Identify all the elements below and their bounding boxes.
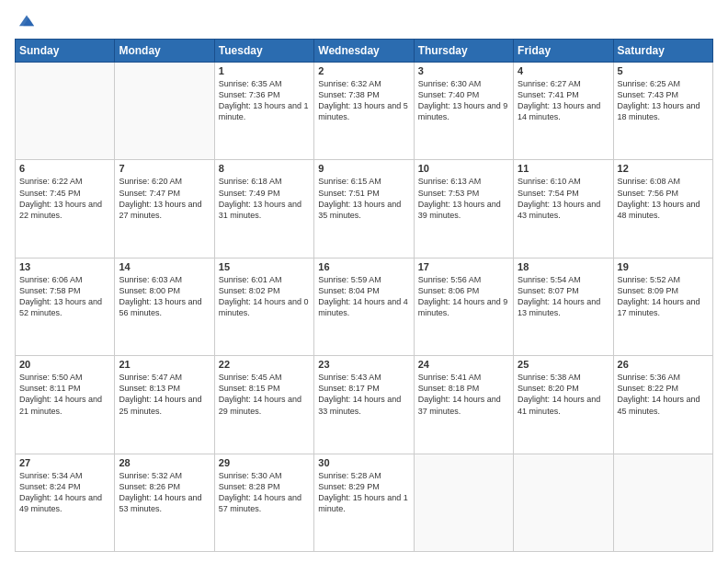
weekday-header-sunday: Sunday	[16, 40, 115, 63]
day-info: Sunrise: 5:50 AM Sunset: 8:11 PM Dayligh…	[19, 372, 110, 417]
calendar-cell	[16, 63, 115, 160]
calendar-header: SundayMondayTuesdayWednesdayThursdayFrid…	[16, 40, 713, 63]
day-info: Sunrise: 5:41 AM Sunset: 8:18 PM Dayligh…	[418, 372, 509, 417]
calendar-cell: 1Sunrise: 6:35 AM Sunset: 7:36 PM Daylig…	[214, 63, 313, 160]
day-number: 21	[119, 359, 210, 370]
day-number: 11	[518, 163, 609, 174]
weekday-header-saturday: Saturday	[613, 40, 712, 63]
calendar-cell: 21Sunrise: 5:47 AM Sunset: 8:13 PM Dayli…	[115, 356, 214, 454]
day-info: Sunrise: 5:30 AM Sunset: 8:28 PM Dayligh…	[219, 470, 310, 515]
day-info: Sunrise: 5:28 AM Sunset: 8:29 PM Dayligh…	[318, 470, 409, 515]
day-number: 19	[618, 261, 709, 272]
calendar-cell: 14Sunrise: 6:03 AM Sunset: 8:00 PM Dayli…	[115, 258, 214, 355]
calendar-cell: 20Sunrise: 5:50 AM Sunset: 8:11 PM Dayli…	[16, 356, 115, 454]
day-number: 9	[318, 163, 409, 174]
day-number: 26	[618, 359, 709, 370]
day-number: 16	[318, 261, 409, 272]
calendar-cell: 8Sunrise: 6:18 AM Sunset: 7:49 PM Daylig…	[214, 160, 313, 258]
calendar-cell: 22Sunrise: 5:45 AM Sunset: 8:15 PM Dayli…	[214, 356, 313, 454]
day-info: Sunrise: 6:10 AM Sunset: 7:54 PM Dayligh…	[518, 176, 609, 221]
calendar-cell: 6Sunrise: 6:22 AM Sunset: 7:45 PM Daylig…	[16, 160, 115, 258]
day-info: Sunrise: 6:15 AM Sunset: 7:51 PM Dayligh…	[318, 176, 409, 221]
day-number: 10	[418, 163, 509, 174]
calendar-cell: 7Sunrise: 6:20 AM Sunset: 7:47 PM Daylig…	[115, 160, 214, 258]
day-info: Sunrise: 6:08 AM Sunset: 7:56 PM Dayligh…	[618, 176, 709, 221]
day-info: Sunrise: 6:13 AM Sunset: 7:53 PM Dayligh…	[418, 176, 509, 221]
calendar-cell: 11Sunrise: 6:10 AM Sunset: 7:54 PM Dayli…	[514, 160, 613, 258]
day-number: 6	[19, 163, 110, 174]
calendar-cell: 28Sunrise: 5:32 AM Sunset: 8:26 PM Dayli…	[115, 454, 214, 551]
day-info: Sunrise: 5:52 AM Sunset: 8:09 PM Dayligh…	[618, 274, 709, 319]
day-info: Sunrise: 6:22 AM Sunset: 7:45 PM Dayligh…	[19, 176, 110, 221]
day-number: 2	[318, 65, 409, 76]
calendar-cell: 2Sunrise: 6:32 AM Sunset: 7:38 PM Daylig…	[314, 63, 414, 160]
calendar-cell: 30Sunrise: 5:28 AM Sunset: 8:29 PM Dayli…	[314, 454, 414, 551]
calendar-cell: 9Sunrise: 6:15 AM Sunset: 7:51 PM Daylig…	[314, 160, 414, 258]
day-info: Sunrise: 6:27 AM Sunset: 7:41 PM Dayligh…	[518, 78, 609, 123]
calendar-cell: 27Sunrise: 5:34 AM Sunset: 8:24 PM Dayli…	[16, 454, 115, 551]
weekday-header-tuesday: Tuesday	[214, 40, 313, 63]
day-number: 25	[518, 359, 609, 370]
day-number: 4	[518, 65, 609, 76]
calendar-cell: 24Sunrise: 5:41 AM Sunset: 8:18 PM Dayli…	[414, 356, 513, 454]
calendar-cell	[115, 63, 214, 160]
day-info: Sunrise: 6:20 AM Sunset: 7:47 PM Dayligh…	[119, 176, 210, 221]
calendar-cell: 15Sunrise: 6:01 AM Sunset: 8:02 PM Dayli…	[214, 258, 313, 355]
day-number: 27	[19, 457, 110, 468]
calendar-week-1: 1Sunrise: 6:35 AM Sunset: 7:36 PM Daylig…	[16, 63, 713, 160]
day-info: Sunrise: 5:45 AM Sunset: 8:15 PM Dayligh…	[219, 372, 310, 417]
day-info: Sunrise: 6:32 AM Sunset: 7:38 PM Dayligh…	[318, 78, 409, 123]
day-info: Sunrise: 5:36 AM Sunset: 8:22 PM Dayligh…	[618, 372, 709, 417]
day-info: Sunrise: 6:18 AM Sunset: 7:49 PM Dayligh…	[219, 176, 310, 221]
day-info: Sunrise: 6:25 AM Sunset: 7:43 PM Dayligh…	[618, 78, 709, 123]
calendar-cell: 13Sunrise: 6:06 AM Sunset: 7:58 PM Dayli…	[16, 258, 115, 355]
calendar-cell: 23Sunrise: 5:43 AM Sunset: 8:17 PM Dayli…	[314, 356, 414, 454]
day-number: 5	[618, 65, 709, 76]
day-info: Sunrise: 6:30 AM Sunset: 7:40 PM Dayligh…	[418, 78, 509, 123]
day-number: 30	[318, 457, 409, 468]
day-number: 13	[19, 261, 110, 272]
weekday-header-monday: Monday	[115, 40, 214, 63]
calendar-cell: 17Sunrise: 5:56 AM Sunset: 8:06 PM Dayli…	[414, 258, 513, 355]
calendar-cell	[613, 454, 712, 551]
day-number: 7	[119, 163, 210, 174]
day-number: 12	[618, 163, 709, 174]
day-info: Sunrise: 5:38 AM Sunset: 8:20 PM Dayligh…	[518, 372, 609, 417]
day-number: 24	[418, 359, 509, 370]
calendar-cell: 16Sunrise: 5:59 AM Sunset: 8:04 PM Dayli…	[314, 258, 414, 355]
day-number: 20	[19, 359, 110, 370]
header	[15, 11, 713, 31]
calendar-cell: 18Sunrise: 5:54 AM Sunset: 8:07 PM Dayli…	[514, 258, 613, 355]
calendar-cell: 4Sunrise: 6:27 AM Sunset: 7:41 PM Daylig…	[514, 63, 613, 160]
calendar-body: 1Sunrise: 6:35 AM Sunset: 7:36 PM Daylig…	[16, 63, 713, 552]
day-number: 1	[219, 65, 310, 76]
day-info: Sunrise: 5:47 AM Sunset: 8:13 PM Dayligh…	[119, 372, 210, 417]
calendar-week-3: 13Sunrise: 6:06 AM Sunset: 7:58 PM Dayli…	[16, 258, 713, 355]
weekday-header-wednesday: Wednesday	[314, 40, 414, 63]
day-number: 17	[418, 261, 509, 272]
calendar-cell: 19Sunrise: 5:52 AM Sunset: 8:09 PM Dayli…	[613, 258, 712, 355]
day-number: 14	[119, 261, 210, 272]
day-number: 29	[219, 457, 310, 468]
day-number: 18	[518, 261, 609, 272]
day-info: Sunrise: 5:54 AM Sunset: 8:07 PM Dayligh…	[518, 274, 609, 319]
calendar-cell: 5Sunrise: 6:25 AM Sunset: 7:43 PM Daylig…	[613, 63, 712, 160]
calendar-cell: 25Sunrise: 5:38 AM Sunset: 8:20 PM Dayli…	[514, 356, 613, 454]
weekday-header-thursday: Thursday	[414, 40, 513, 63]
calendar-cell: 29Sunrise: 5:30 AM Sunset: 8:28 PM Dayli…	[214, 454, 313, 551]
page: SundayMondayTuesdayWednesdayThursdayFrid…	[0, 0, 728, 563]
weekday-header-friday: Friday	[514, 40, 613, 63]
calendar-week-2: 6Sunrise: 6:22 AM Sunset: 7:45 PM Daylig…	[16, 160, 713, 258]
day-info: Sunrise: 6:06 AM Sunset: 7:58 PM Dayligh…	[19, 274, 110, 319]
calendar-cell	[414, 454, 513, 551]
logo	[15, 11, 40, 31]
day-info: Sunrise: 5:56 AM Sunset: 8:06 PM Dayligh…	[418, 274, 509, 319]
calendar-cell	[514, 454, 613, 551]
day-number: 3	[418, 65, 509, 76]
day-info: Sunrise: 5:43 AM Sunset: 8:17 PM Dayligh…	[318, 372, 409, 417]
calendar-cell: 10Sunrise: 6:13 AM Sunset: 7:53 PM Dayli…	[414, 160, 513, 258]
day-number: 23	[318, 359, 409, 370]
calendar-cell: 3Sunrise: 6:30 AM Sunset: 7:40 PM Daylig…	[414, 63, 513, 160]
calendar-cell: 12Sunrise: 6:08 AM Sunset: 7:56 PM Dayli…	[613, 160, 712, 258]
calendar-week-4: 20Sunrise: 5:50 AM Sunset: 8:11 PM Dayli…	[16, 356, 713, 454]
